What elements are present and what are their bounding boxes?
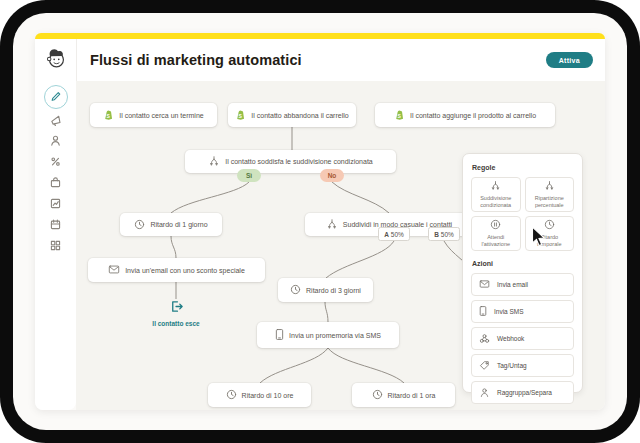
- rules-grid: Suddivisione condizionata Ripartizione p…: [471, 177, 574, 251]
- rule-tile-conditional-split[interactable]: Suddivisione condizionata: [471, 177, 521, 212]
- phone-icon: [275, 328, 284, 342]
- pause-circle-icon: [490, 219, 501, 232]
- mailchimp-logo-icon: [45, 46, 67, 74]
- tag-icon: [479, 360, 490, 372]
- condition-node[interactable]: Il contatto soddisfa le suddivisione con…: [185, 150, 396, 173]
- split-icon: [208, 155, 220, 168]
- trigger-node-search-term[interactable]: S Il contatto cerca un termine: [90, 103, 217, 127]
- sidebar-item-audience[interactable]: [45, 131, 67, 153]
- split-icon: [544, 180, 555, 193]
- delay-3-days-node[interactable]: Ritardo di 3 giorni: [278, 278, 373, 302]
- node-label: Invia un promemoria via SMS: [289, 332, 381, 339]
- actions-section-title: Azioni: [472, 260, 574, 267]
- mouse-cursor: [531, 226, 547, 252]
- action-item-send-email[interactable]: Invia email: [471, 273, 574, 296]
- shopify-icon: S: [103, 109, 114, 122]
- branch-no-badge: No: [320, 169, 344, 182]
- split-value: 50%: [441, 231, 454, 238]
- rule-tile-label: Attendi l'attivazione: [474, 234, 518, 248]
- condition-label: Il contatto soddisfa le suddivisione con…: [225, 158, 372, 165]
- trigger-label: Il contatto cerca un termine: [119, 112, 203, 119]
- action-item-label: Invia email: [497, 281, 528, 288]
- node-label: Invia un'email con uno sconto speciale: [125, 267, 245, 274]
- action-item-send-sms[interactable]: Invia SMS: [471, 300, 574, 323]
- node-label: Ritardo di 1 ora: [388, 392, 436, 399]
- sidebar-item-calendar[interactable]: [45, 215, 67, 237]
- rule-tile-wait-trigger[interactable]: Attendi l'attivazione: [471, 216, 521, 251]
- sidebar-item-edit[interactable]: [44, 85, 68, 109]
- person-icon: [49, 133, 62, 151]
- action-item-label: Webhook: [497, 335, 524, 342]
- svg-text:S: S: [239, 112, 243, 118]
- pencil-icon: [49, 88, 62, 106]
- delay-10-hours-node[interactable]: Ritardo di 10 ore: [208, 383, 311, 407]
- chart-icon: [49, 196, 62, 214]
- action-item-label: Tag/Untag: [497, 362, 527, 369]
- split-a-badge: A50%: [378, 227, 410, 241]
- status-active-button[interactable]: Attiva: [546, 52, 593, 68]
- trigger-label: Il contatto aggiunge il prodotto al carr…: [410, 112, 536, 119]
- send-sms-node[interactable]: Invia un promemoria via SMS: [257, 322, 399, 348]
- split-icon: [326, 218, 338, 231]
- clock-icon: [134, 219, 145, 231]
- rule-tile-label: Ripartizione percentuale: [528, 195, 572, 209]
- screen-background: Flussi di marketing automatici Attiva: [13, 13, 627, 430]
- logo-column[interactable]: [35, 39, 77, 81]
- split-letter: B: [434, 231, 439, 238]
- trigger-node-abandoned-cart[interactable]: S Il contatto abbandona il carrello: [228, 103, 356, 127]
- page-title: Flussi di marketing automatici: [90, 39, 302, 81]
- node-label: Ritardo di 10 ore: [242, 392, 294, 399]
- bag-icon: [49, 175, 62, 193]
- node-label: Ritardo di 3 giorni: [306, 287, 361, 294]
- split-letter: A: [384, 231, 389, 238]
- delay-1-hour-node[interactable]: Ritardo di 1 ora: [352, 383, 455, 407]
- sidebar-item-campaigns[interactable]: [45, 110, 67, 132]
- svg-text:S: S: [398, 112, 402, 118]
- flow-exit: Il contatto esce: [131, 299, 221, 327]
- webhook-icon: [479, 333, 490, 345]
- sidebar-item-apps[interactable]: [45, 236, 67, 258]
- exit-icon: [169, 299, 184, 318]
- action-item-webhook[interactable]: Webhook: [471, 327, 574, 350]
- action-item-label: Invia SMS: [494, 308, 524, 315]
- branch-yes-badge: Sì: [237, 169, 261, 182]
- clock-icon: [226, 389, 237, 401]
- rules-actions-panel: Regole Suddivisione condizionata Riparti…: [462, 153, 583, 393]
- apps-grid-icon: [49, 238, 62, 256]
- split-icon: [490, 180, 501, 193]
- rule-tile-percentage-split[interactable]: Ripartizione percentuale: [525, 177, 575, 212]
- shopify-icon: S: [235, 109, 246, 122]
- person-icon: [479, 387, 490, 399]
- sidebar-item-commerce[interactable]: [45, 173, 67, 195]
- action-item-group-ungroup[interactable]: Raggruppa/Separa: [471, 381, 574, 404]
- action-item-label: Raggruppa/Separa: [497, 389, 552, 396]
- sidebar-item-automations[interactable]: [45, 152, 67, 174]
- send-email-node[interactable]: Invia un'email con uno sconto speciale: [88, 258, 265, 282]
- action-item-tag-untag[interactable]: Tag/Untag: [471, 354, 574, 377]
- calendar-icon: [49, 217, 62, 235]
- sidebar-item-reports[interactable]: [45, 194, 67, 216]
- phone-icon: [479, 305, 487, 318]
- megaphone-icon: [49, 112, 62, 130]
- app-header: Flussi di marketing automatici Attiva: [35, 39, 605, 81]
- envelope-icon: [108, 264, 120, 276]
- node-label: Ritardo di 1 giorno: [150, 221, 207, 228]
- percent-icon: [49, 154, 62, 172]
- clock-icon: [372, 389, 383, 401]
- svg-text:S: S: [107, 112, 111, 118]
- trigger-node-add-to-cart[interactable]: S Il contatto aggiunge il prodotto al ca…: [375, 103, 555, 127]
- envelope-icon: [479, 279, 490, 290]
- rule-tile-label: Suddivisione condizionata: [474, 195, 518, 209]
- clock-icon: [290, 284, 301, 296]
- exit-label: Il contatto esce: [152, 320, 199, 327]
- rules-section-title: Regole: [472, 164, 574, 171]
- delay-1-day-node[interactable]: Ritardo di 1 giorno: [120, 213, 222, 236]
- shopify-icon: S: [394, 109, 405, 122]
- screenshot-stage: Flussi di marketing automatici Attiva: [0, 0, 640, 443]
- trigger-label: Il contatto abbandona il carrello: [251, 112, 348, 119]
- split-value: 50%: [391, 231, 404, 238]
- split-b-badge: B50%: [428, 227, 460, 241]
- left-sidebar: [35, 81, 76, 410]
